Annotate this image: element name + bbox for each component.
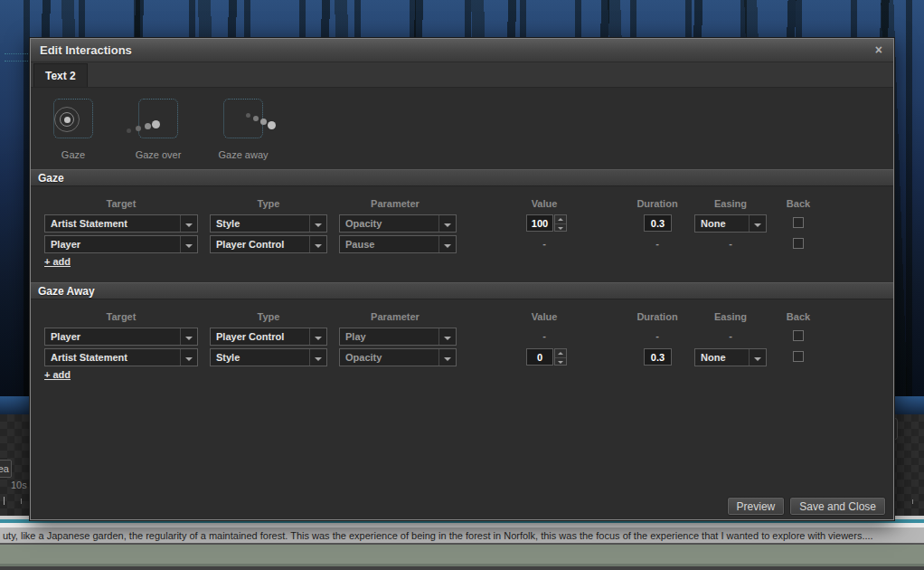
back-checkbox[interactable] — [793, 217, 804, 228]
target-dropdown[interactable]: Player — [44, 328, 198, 346]
timeline-time-left: 10s — [11, 480, 27, 490]
easing-dropdown[interactable]: None — [694, 348, 767, 366]
selection-marquee-fragment — [5, 53, 28, 62]
save-and-close-button[interactable]: Save and Close — [789, 497, 886, 516]
dropdown-value: Opacity — [340, 349, 438, 366]
col-header-value: Value — [532, 198, 558, 209]
gaze-away-row-1: Player Player Control Play - - - — [31, 328, 893, 347]
gaze-over-icon[interactable] — [138, 99, 178, 138]
gaze-away-trail-dot — [253, 116, 259, 121]
stepper-up-icon[interactable] — [555, 349, 566, 358]
tab-label: Text 2 — [45, 70, 76, 82]
app-stage: ea 6 10s m uty, like a Japanese garden, … — [0, 0, 924, 570]
gaze-label: Gaze — [61, 149, 85, 160]
column-header-row: Target Type Parameter Value Duration Eas… — [31, 311, 893, 324]
duration-dash: - — [655, 238, 659, 249]
col-header-duration: Duration — [636, 198, 677, 209]
chevron-down-icon[interactable] — [438, 349, 456, 366]
dialog-footer-buttons: Preview Save and Close — [727, 497, 886, 516]
col-header-back: Back — [787, 198, 810, 209]
preview-button[interactable]: Preview — [727, 497, 786, 516]
chevron-down-icon[interactable] — [309, 215, 326, 232]
dropdown-value: Artist Statement — [45, 349, 180, 366]
target-dropdown[interactable]: Artist Statement — [44, 214, 198, 233]
value-stepper[interactable] — [554, 348, 567, 366]
back-checkbox[interactable] — [793, 351, 804, 362]
caption-strip: uty, like a Japanese garden, the regular… — [0, 527, 924, 543]
duration-input[interactable] — [644, 348, 672, 366]
value-input[interactable] — [526, 214, 553, 232]
dropdown-value: Pause — [340, 236, 438, 252]
dropdown-value: Artist Statement — [45, 215, 180, 232]
dropdown-value: Opacity — [340, 215, 438, 232]
tab-text-2[interactable]: Text 2 — [33, 63, 88, 87]
dropdown-value: Player Control — [211, 328, 309, 345]
parameter-dropdown[interactable]: Pause — [339, 235, 457, 253]
chevron-down-icon[interactable] — [180, 215, 197, 232]
value-input[interactable] — [526, 348, 553, 366]
edit-interactions-dialog: Edit Interactions × Text 2 Gaze Gaze ove… — [30, 38, 894, 520]
type-dropdown[interactable]: Player Control — [210, 328, 327, 346]
duration-dash: - — [655, 330, 659, 341]
dialog-titlebar[interactable]: Edit Interactions × — [31, 39, 893, 62]
gaze-row-1: Artist Statement Style Opacity None — [31, 214, 893, 234]
value-dash: - — [542, 330, 546, 341]
parameter-dropdown[interactable]: Opacity — [339, 348, 457, 366]
type-dropdown[interactable]: Player Control — [210, 235, 327, 253]
section-title: Gaze — [31, 172, 64, 185]
dropdown-value: Player — [45, 236, 180, 252]
chevron-down-icon[interactable] — [749, 349, 766, 366]
target-dropdown[interactable]: Artist Statement — [44, 348, 198, 366]
chevron-down-icon[interactable] — [438, 328, 456, 345]
parameter-dropdown[interactable]: Opacity — [339, 214, 457, 233]
col-header-duration: Duration — [636, 311, 677, 322]
back-checkbox[interactable] — [793, 330, 804, 341]
gaze-away-trail-dot — [246, 113, 250, 118]
dropdown-value: Player — [45, 328, 180, 345]
type-dropdown[interactable]: Style — [210, 214, 327, 233]
gaze-away-label: Gaze away — [218, 149, 268, 160]
chevron-down-icon[interactable] — [180, 236, 197, 252]
close-icon[interactable]: × — [875, 43, 882, 57]
easing-dash: - — [729, 330, 732, 341]
chevron-down-icon[interactable] — [749, 215, 766, 232]
gaze-add-link[interactable]: + add — [44, 256, 71, 267]
col-header-easing: Easing — [714, 198, 747, 209]
section-header-gaze: Gaze — [31, 169, 893, 186]
col-header-parameter: Parameter — [371, 311, 420, 322]
chevron-down-icon[interactable] — [438, 236, 456, 252]
gaze-over-label: Gaze over — [136, 149, 182, 160]
type-dropdown[interactable]: Style — [210, 348, 327, 366]
caption-text: uty, like a Japanese garden, the regular… — [3, 530, 873, 541]
back-checkbox[interactable] — [793, 238, 804, 249]
section-title: Gaze Away — [31, 285, 95, 298]
stepper-up-icon[interactable] — [555, 215, 566, 224]
chevron-down-icon[interactable] — [309, 349, 326, 366]
col-header-easing: Easing — [714, 311, 747, 322]
gaze-dot-icon — [64, 117, 71, 123]
easing-dropdown[interactable]: None — [694, 214, 767, 233]
easing-dash: - — [729, 238, 732, 249]
parameter-dropdown[interactable]: Play — [339, 328, 457, 346]
col-header-value: Value — [532, 311, 558, 322]
timeline-tick — [4, 497, 5, 505]
gaze-over-trail-dot — [152, 120, 160, 128]
dropdown-value: None — [695, 215, 749, 232]
chevron-down-icon[interactable] — [309, 328, 326, 345]
column-header-row: Target Type Parameter Value Duration Eas… — [31, 198, 893, 211]
area-clip-chip[interactable]: ea — [0, 460, 12, 478]
target-dropdown[interactable]: Player — [44, 235, 198, 253]
chevron-down-icon[interactable] — [180, 349, 197, 366]
value-stepper[interactable] — [554, 214, 567, 232]
col-header-parameter: Parameter — [371, 198, 420, 209]
stepper-down-icon[interactable] — [555, 358, 566, 366]
chevron-down-icon[interactable] — [309, 236, 326, 252]
duration-input[interactable] — [644, 214, 672, 232]
gaze-over-trail-dot — [136, 126, 141, 131]
gaze-icon[interactable] — [53, 99, 93, 138]
stepper-down-icon[interactable] — [555, 224, 566, 233]
chevron-down-icon[interactable] — [180, 328, 197, 345]
col-header-target: Target — [107, 198, 137, 209]
gaze-away-add-link[interactable]: + add — [44, 369, 71, 380]
chevron-down-icon[interactable] — [438, 215, 456, 232]
